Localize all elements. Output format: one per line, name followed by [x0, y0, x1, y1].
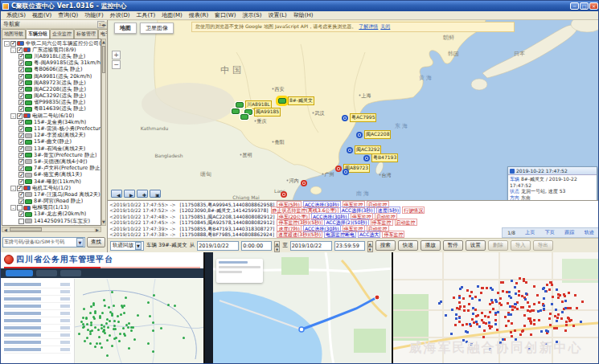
vehicle-cluster-map[interactable]: [75, 279, 203, 364]
item-checkbox[interactable]: [18, 146, 24, 152]
maximize-button[interactable]: □: [580, 2, 589, 10]
dismiss-link[interactable]: 关闭: [380, 23, 390, 31]
item-checkbox[interactable]: [17, 186, 23, 191]
item-checkbox[interactable]: [18, 100, 24, 105]
expand-toggle-icon[interactable]: -: [4, 41, 10, 47]
list-item[interactable]: [4, 332, 71, 339]
vehicle-marker[interactable]: [240, 114, 248, 120]
map-control-button[interactable]: ▣: [150, 190, 161, 198]
list-item[interactable]: [4, 303, 71, 310]
pagination-link[interactable]: 上页: [525, 229, 535, 236]
item-checkbox[interactable]: [18, 179, 24, 185]
vehicle-search-combo[interactable]: 车牌号码/设备ID/SIM卡号码 ▼: [2, 237, 85, 247]
item-checkbox[interactable]: [18, 126, 24, 132]
vehicle-marker[interactable]: [281, 191, 287, 198]
scrollbar-thumb[interactable]: [102, 46, 105, 73]
item-checkbox[interactable]: [18, 106, 24, 112]
map-info-card[interactable]: [216, 259, 263, 283]
playback-button[interactable]: 快退: [398, 240, 418, 251]
route-map-panel[interactable]: [205, 252, 393, 364]
nav-item[interactable]: [36, 270, 57, 276]
vehicle-marker[interactable]: 8#-臧灵文: [278, 96, 314, 105]
map-type-button[interactable]: 地图: [114, 22, 137, 34]
item-checkbox[interactable]: [18, 159, 24, 165]
item-checkbox[interactable]: [18, 80, 24, 86]
sidebar-tab[interactable]: 车辆分组: [26, 29, 50, 39]
item-checkbox[interactable]: [18, 139, 24, 145]
vehicle-marker[interactable]: 粤B47193: [363, 153, 398, 162]
region-list[interactable]: [1, 279, 75, 364]
vehicle-marker[interactable]: [343, 169, 349, 175]
menu-item[interactable]: 地图(M): [158, 11, 186, 19]
expand-toggle-icon[interactable]: -: [10, 186, 16, 191]
item-checkbox[interactable]: [17, 113, 23, 119]
sidebar-tab[interactable]: 电子围栏: [98, 29, 107, 39]
item-checkbox[interactable]: [17, 205, 23, 211]
vehicle-marker[interactable]: [301, 180, 307, 186]
vehicle-marker[interactable]: 闽A89723: [335, 164, 370, 173]
menu-item[interactable]: 报表(R): [186, 11, 211, 19]
map-type-button[interactable]: 卫星图像: [140, 22, 174, 34]
list-item[interactable]: [4, 296, 71, 303]
item-checkbox[interactable]: [18, 198, 24, 204]
pagination-link[interactable]: 轨迹: [585, 229, 594, 236]
menu-item[interactable]: 演示(S): [240, 11, 265, 19]
close-button[interactable]: ×: [589, 2, 598, 10]
menu-item[interactable]: 工具(T): [133, 11, 159, 19]
item-checkbox[interactable]: [18, 211, 24, 217]
menu-item[interactable]: 设置(L): [265, 11, 289, 19]
menu-item[interactable]: 功能(F): [81, 11, 107, 19]
playback-button[interactable]: 播放: [421, 240, 441, 251]
map-control-button[interactable]: ◀: [111, 190, 122, 198]
menu-item[interactable]: 窗口(W): [211, 11, 239, 19]
scroll-up-icon[interactable]: ▲: [102, 39, 105, 45]
list-item[interactable]: [4, 281, 71, 288]
menu-item[interactable]: 视图(V): [29, 11, 55, 19]
playback-button[interactable]: 设置: [466, 240, 486, 251]
vehicle-marker[interactable]: 闽AC2208: [356, 130, 391, 139]
item-checkbox[interactable]: [18, 153, 24, 158]
to-time-input[interactable]: [334, 241, 365, 251]
tab-scroll-arrows[interactable]: ◂▸: [101, 22, 107, 27]
list-item[interactable]: [4, 346, 71, 354]
learn-more-link[interactable]: 了解详情: [359, 23, 378, 31]
sidebar-tab[interactable]: 地图导航: [2, 29, 26, 39]
chevron-down-icon[interactable]: ▼: [76, 238, 84, 247]
from-date-input[interactable]: [197, 241, 239, 251]
map-control-button[interactable]: ▶: [124, 190, 135, 198]
menu-item[interactable]: 查询(Q): [55, 11, 81, 19]
to-date-input[interactable]: [290, 241, 332, 251]
scroll-right-icon[interactable]: ▶: [94, 227, 101, 231]
expand-toggle-icon[interactable]: -: [10, 113, 16, 119]
main-map[interactable]: 地图卫星图像 您使用的浏览器不支持 Google 地图 JavaScript A…: [108, 20, 599, 200]
zoom-in-button[interactable]: +: [112, 51, 121, 59]
zoom-out-button[interactable]: −: [112, 60, 121, 69]
map-control-button[interactable]: ✚: [137, 190, 148, 198]
nav-item[interactable]: [60, 270, 81, 276]
sidebar-tab[interactable]: 企业监控: [50, 29, 74, 39]
item-checkbox[interactable]: [17, 47, 23, 53]
density-map-panel[interactable]: 威海军民融合协同创新中心: [393, 252, 598, 364]
playback-button[interactable]: 搜索: [375, 240, 396, 251]
item-checkbox[interactable]: [18, 225, 24, 226]
find-button[interactable]: 查找: [87, 237, 105, 247]
nav-item-active[interactable]: [6, 270, 33, 276]
tree-horizontal-scrollbar[interactable]: ◀ ▶: [2, 227, 101, 232]
from-time-input[interactable]: [241, 241, 272, 251]
list-item[interactable]: [4, 325, 71, 332]
list-item[interactable]: [4, 339, 71, 346]
item-checkbox[interactable]: [18, 172, 24, 178]
item-checkbox[interactable]: [18, 133, 24, 138]
sidebar-tab[interactable]: 标签管理: [74, 29, 98, 39]
playback-button[interactable]: 暂停: [443, 240, 463, 251]
item-checkbox[interactable]: [18, 54, 24, 59]
pagination-link[interactable]: 跟踪: [564, 229, 574, 236]
list-item[interactable]: [4, 317, 71, 325]
menu-item[interactable]: 系统(S): [3, 11, 29, 19]
item-checkbox[interactable]: [18, 67, 24, 72]
item-checkbox[interactable]: [18, 192, 24, 198]
item-checkbox[interactable]: [18, 74, 24, 80]
pagination-link[interactable]: 下页: [545, 229, 555, 236]
time-stepper[interactable]: ▲▼: [367, 241, 373, 251]
menu-item[interactable]: 帮助(H): [290, 11, 317, 19]
